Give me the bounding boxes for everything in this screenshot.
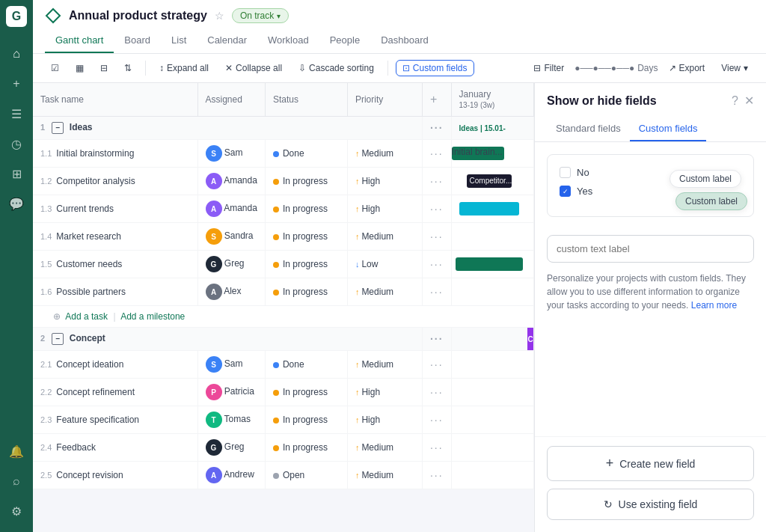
- custom-fields-label: Custom fields: [413, 63, 468, 73]
- row-dots[interactable]: ···: [430, 386, 444, 398]
- search-icon[interactable]: ⌕: [3, 468, 30, 495]
- star-icon[interactable]: ☆: [215, 10, 224, 22]
- table-row: 1.4Market research S Sandra In progress …: [33, 223, 534, 251]
- group-row: 1 − Ideas ··· Ideas | 15.01-: [33, 117, 534, 140]
- tab-gantt[interactable]: Gantt chart: [45, 28, 114, 53]
- export-btn[interactable]: ↗ Export: [663, 60, 711, 76]
- expand-all-btn[interactable]: ↕ Expand all: [153, 60, 215, 76]
- settings-icon[interactable]: ⚙: [3, 498, 30, 525]
- add-task-btn[interactable]: Add a task: [65, 311, 108, 322]
- priority-cell: ↑High: [347, 379, 422, 406]
- assigned-cell: A Alex: [197, 278, 265, 306]
- custom-fields-btn[interactable]: ⊡ Custom fields: [396, 60, 474, 76]
- table-row: 1.6Possible partners A Alex In progress …: [33, 278, 534, 306]
- create-new-field-btn[interactable]: + Create new field: [547, 446, 754, 481]
- table-row: 2.3Feature specification T Tomas In prog…: [33, 406, 534, 434]
- bar-cell: [451, 462, 533, 489]
- cascade-sort-btn[interactable]: ⇩ Cascade sorting: [292, 60, 380, 76]
- filter-btn[interactable]: ⊟ Filter: [527, 60, 570, 76]
- group-bar-cell: Ideas | 15.01-: [451, 117, 533, 140]
- tab-custom-fields[interactable]: Custom fields: [630, 117, 707, 141]
- row-dots[interactable]: ···: [430, 258, 444, 270]
- group-dots[interactable]: ···: [422, 328, 451, 351]
- collapse-group-icon[interactable]: −: [52, 122, 64, 134]
- task-name-cell: 2.3Feature specification: [33, 406, 197, 434]
- custom-label-bubble-1[interactable]: Custom label: [670, 170, 741, 188]
- show-hide-fields-panel: Show or hide fields ? ✕ Standard fields …: [534, 83, 766, 532]
- learn-more-link[interactable]: Learn more: [691, 300, 737, 311]
- add-icon[interactable]: +: [3, 70, 30, 97]
- status-label: On track: [240, 10, 274, 21]
- gantt-table: Task name Assigned Status Priority + Jan…: [33, 83, 534, 489]
- status-cell: In progress: [265, 223, 347, 251]
- group-name: 2 − Concept: [33, 328, 422, 351]
- add-task-row: ⊕ Add a task | Add a milestone: [33, 306, 534, 328]
- row-dots[interactable]: ···: [430, 358, 444, 370]
- use-existing-field-btn[interactable]: ↻ Use existing field: [547, 489, 754, 520]
- row-dots[interactable]: ···: [430, 203, 444, 215]
- sort-btn[interactable]: ⇅: [118, 60, 138, 76]
- col-add[interactable]: +: [422, 83, 451, 117]
- assigned-cell: A Amanda: [197, 168, 265, 195]
- row-dots[interactable]: ···: [430, 175, 444, 187]
- tab-board[interactable]: Board: [114, 28, 161, 53]
- row-dots[interactable]: ···: [430, 286, 444, 298]
- tab-workload[interactable]: Workload: [257, 28, 319, 53]
- row-dots[interactable]: ···: [430, 414, 444, 426]
- tab-standard-fields[interactable]: Standard fields: [547, 117, 630, 141]
- view-btn[interactable]: View ▾: [715, 60, 754, 76]
- expand-icon: ↕: [159, 63, 164, 73]
- row-dots[interactable]: ···: [430, 230, 444, 242]
- filter-icon: ⊟: [533, 63, 541, 73]
- status-badge[interactable]: On track ▾: [232, 8, 289, 23]
- tab-dashboard[interactable]: Dashboard: [370, 28, 439, 53]
- panel-content: No ✓ Yes Custom label Custom label: [535, 142, 766, 436]
- checkbox-view-btn[interactable]: ☑: [45, 60, 65, 76]
- row-dots[interactable]: ···: [430, 469, 444, 481]
- assigned-cell: P Patricia: [197, 379, 265, 406]
- yes-checkbox[interactable]: ✓: [560, 186, 571, 197]
- menu-icon[interactable]: ☰: [3, 100, 30, 127]
- tab-people[interactable]: People: [319, 28, 370, 53]
- sidebar: G ⌂ + ☰ ◷ ⊞ 💬 🔔 ⌕ ⚙: [0, 0, 33, 532]
- collapse-all-btn[interactable]: ✕ Collapse all: [219, 60, 288, 76]
- custom-label-bubble-2[interactable]: Custom label: [675, 192, 747, 210]
- bar-cell: [451, 195, 533, 223]
- home-icon[interactable]: ⌂: [3, 40, 30, 67]
- priority-cell: ↑High: [347, 195, 422, 223]
- row-dots[interactable]: ···: [430, 147, 444, 159]
- collapse-icon: ✕: [225, 63, 233, 73]
- priority-cell: ↑Medium: [347, 462, 422, 489]
- help-icon[interactable]: ?: [732, 94, 738, 108]
- close-icon[interactable]: ✕: [744, 94, 754, 108]
- custom-text-label-input[interactable]: [547, 235, 754, 263]
- assigned-cell: T Tomas: [197, 406, 265, 434]
- task-name-cell: 1.1Initial brainstorming: [33, 140, 197, 168]
- tab-calendar[interactable]: Calendar: [197, 28, 257, 53]
- status-cell: In progress: [265, 406, 347, 434]
- view-label: View: [721, 63, 741, 73]
- group-bar-cell: C: [451, 328, 533, 351]
- slider-track: ●──●──●──●: [574, 63, 634, 73]
- gantt-view-btn[interactable]: ▦: [70, 60, 90, 76]
- table-row: 2.1Concept ideation S Sam Done ↑Medium ·…: [33, 351, 534, 379]
- project-icon: [45, 7, 61, 24]
- row-dots[interactable]: ···: [430, 441, 444, 453]
- collapse-group-icon[interactable]: −: [52, 333, 64, 345]
- chat-icon[interactable]: 💬: [3, 190, 30, 217]
- priority-cell: ↓Low: [347, 251, 422, 278]
- grid-view-btn[interactable]: ⊟: [94, 60, 114, 76]
- gantt-table-area: Task name Assigned Status Priority + Jan…: [33, 83, 534, 532]
- grid-icon[interactable]: ⊞: [3, 160, 30, 187]
- no-checkbox[interactable]: [560, 167, 571, 178]
- bar-cell: [451, 434, 533, 462]
- tab-list[interactable]: List: [161, 28, 197, 53]
- assigned-cell: G Greg: [197, 251, 265, 278]
- assigned-cell: S Sandra: [197, 223, 265, 251]
- add-task-cell: ⊕ Add a task | Add a milestone: [33, 306, 534, 328]
- clock-icon[interactable]: ◷: [3, 130, 30, 157]
- bell-icon[interactable]: 🔔: [3, 438, 30, 465]
- timeline-slider[interactable]: ●──●──●──● Days: [574, 63, 658, 73]
- group-dots[interactable]: ···: [422, 117, 451, 140]
- add-milestone-btn[interactable]: Add a milestone: [120, 311, 185, 322]
